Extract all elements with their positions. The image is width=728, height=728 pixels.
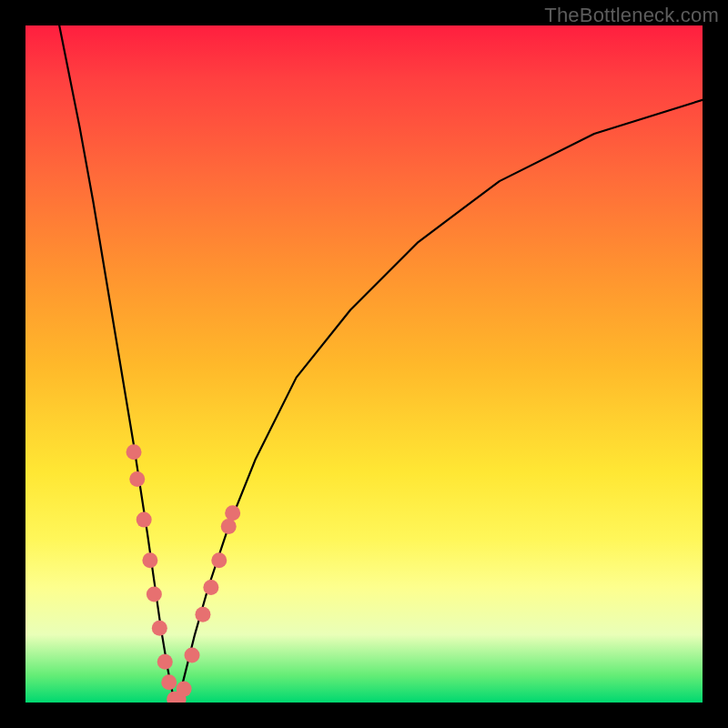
data-marker (211, 552, 227, 568)
data-marker (152, 621, 167, 636)
data-marker (221, 519, 237, 534)
data-marker (195, 607, 210, 622)
data-marker (185, 647, 200, 662)
watermark-text: TheBottleneck.com (544, 4, 719, 27)
data-marker (225, 505, 240, 521)
data-marker (126, 444, 142, 460)
data-marker (147, 586, 162, 602)
data-marker (142, 552, 157, 568)
data-marker (177, 682, 192, 697)
data-marker (203, 580, 218, 595)
data-marker (157, 654, 173, 670)
data-marker (129, 471, 145, 487)
data-marker (161, 674, 177, 690)
chart-plot-area (25, 25, 703, 703)
bottleneck-curve-svg (25, 25, 703, 703)
data-marker (136, 512, 152, 528)
